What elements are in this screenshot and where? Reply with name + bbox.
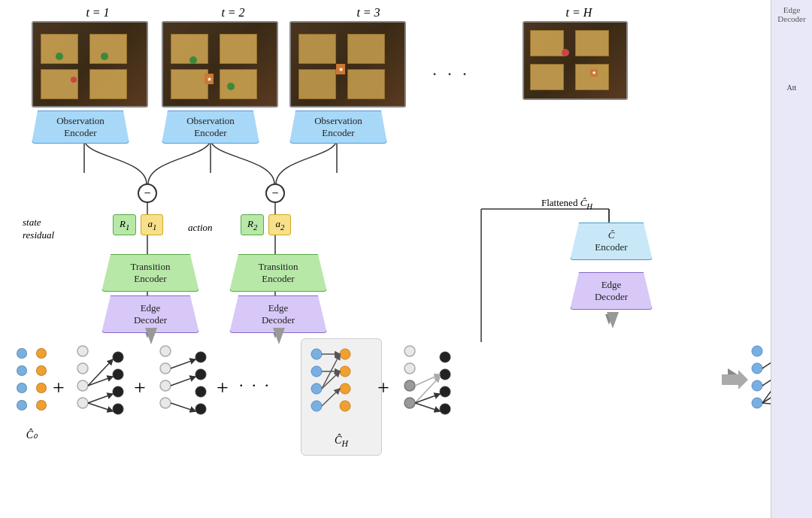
game-frame-H: ★ — [523, 21, 628, 100]
ch-highlight-section: ĈH — [301, 338, 382, 456]
game-image-2: ★ — [162, 21, 278, 108]
svg-point-23 — [77, 380, 88, 391]
game-image-H: ★ — [523, 21, 628, 100]
svg-line-56 — [322, 389, 340, 406]
right-panel-edge-label: Edge Decoder — [773, 5, 810, 23]
right-panel: Edge Decoder Att — [771, 0, 812, 518]
main-diagram: t = 1 t = 2 t = 3 t = H ObservationEncod… — [0, 0, 782, 518]
svg-point-49 — [340, 366, 350, 377]
svg-point-47 — [311, 401, 322, 411]
svg-point-27 — [113, 386, 123, 397]
a2-box: a2 — [268, 214, 291, 235]
transition-encoder-2: TransitionEncoder — [229, 254, 327, 292]
svg-point-36 — [160, 398, 171, 408]
action-label: action — [188, 222, 213, 234]
svg-point-59 — [404, 380, 415, 391]
a1-box: a1 — [141, 214, 163, 235]
svg-point-62 — [440, 369, 450, 380]
ch-label: ĈH — [308, 435, 375, 449]
minus-circle-2: − — [265, 183, 285, 203]
plus-2: + — [134, 376, 146, 400]
time-label-1: t = 1 — [30, 6, 165, 20]
dots-graphs: · · · — [239, 376, 271, 395]
svg-point-60 — [404, 398, 415, 408]
svg-point-70 — [752, 346, 762, 356]
obs-encoder-1: ObservationEncoder — [32, 111, 129, 144]
svg-point-39 — [195, 386, 206, 397]
r1-box: R1 — [113, 214, 136, 235]
svg-marker-69 — [722, 370, 748, 389]
svg-point-58 — [404, 363, 415, 374]
plus-1: + — [53, 376, 65, 400]
r2-box: R2 — [241, 214, 264, 235]
r2-a2-row: R2 a2 — [241, 214, 291, 235]
arrow-down-2 — [270, 328, 288, 347]
flattened-label: Flattened ĈH — [541, 197, 592, 211]
svg-point-25 — [113, 352, 123, 362]
svg-point-21 — [77, 346, 88, 356]
svg-line-43 — [171, 403, 195, 411]
dots-images: · · · — [432, 64, 470, 84]
svg-line-41 — [171, 359, 195, 368]
svg-point-33 — [160, 346, 171, 356]
svg-line-31 — [88, 394, 113, 403]
svg-point-24 — [77, 398, 88, 408]
svg-point-71 — [752, 363, 762, 374]
svg-point-44 — [311, 349, 322, 359]
svg-marker-19 — [273, 328, 285, 344]
svg-point-38 — [195, 369, 206, 380]
svg-line-55 — [322, 371, 340, 389]
svg-point-34 — [160, 363, 171, 374]
svg-line-32 — [88, 403, 113, 411]
arrow-down-right — [604, 312, 622, 332]
plus-3: + — [217, 376, 229, 400]
svg-point-51 — [340, 401, 350, 411]
final-arrow — [722, 368, 748, 394]
game-frame-1: ObservationEncoder — [32, 21, 148, 144]
svg-line-68 — [415, 403, 440, 411]
c0-label: Ĉ₀ — [26, 429, 38, 441]
svg-point-57 — [404, 346, 415, 356]
game-image-1 — [32, 21, 148, 108]
svg-point-63 — [440, 386, 450, 397]
chat-encoder: ĈEncoder — [570, 223, 653, 260]
svg-point-72 — [752, 380, 762, 391]
time-label-2: t = 2 — [165, 6, 301, 20]
svg-line-42 — [171, 377, 195, 386]
time-label-3: t = 3 — [301, 6, 436, 20]
game-frame-2: ★ ObservationEncoder — [162, 21, 278, 144]
svg-point-40 — [195, 404, 206, 414]
graph-2 — [154, 342, 214, 432]
game-image-3: ★ — [289, 21, 406, 108]
minus-circle-1: − — [138, 183, 157, 203]
svg-point-35 — [160, 380, 171, 391]
svg-point-26 — [113, 369, 123, 380]
svg-point-28 — [113, 404, 123, 414]
obs-encoder-3: ObservationEncoder — [289, 111, 387, 144]
graph-3 — [398, 342, 459, 432]
svg-point-50 — [340, 383, 350, 394]
r1-a1-row: R1 a1 — [113, 214, 163, 235]
edge-decoder-right: EdgeDecoder — [570, 272, 653, 310]
c0-section: Ĉ₀ — [15, 344, 49, 441]
time-labels-row: t = 1 t = 2 t = 3 t = H — [30, 6, 707, 20]
svg-point-61 — [440, 352, 450, 362]
svg-point-46 — [311, 383, 322, 394]
svg-point-45 — [311, 366, 322, 377]
state-residual-label: stateresidual — [23, 217, 54, 242]
game-frame-3: ★ ObservationEncoder — [289, 21, 406, 144]
right-panel-att-label: Att — [787, 83, 797, 92]
graph-1 — [71, 342, 132, 432]
svg-marker-20 — [607, 312, 619, 329]
time-label-H: t = H — [496, 6, 662, 20]
plus-4: + — [377, 376, 389, 400]
svg-point-73 — [752, 398, 762, 408]
svg-point-37 — [195, 352, 206, 362]
svg-point-64 — [440, 404, 450, 414]
svg-point-22 — [77, 363, 88, 374]
obs-encoder-2: ObservationEncoder — [162, 111, 259, 144]
transition-encoder-1: TransitionEncoder — [102, 254, 199, 292]
svg-point-48 — [340, 349, 350, 359]
